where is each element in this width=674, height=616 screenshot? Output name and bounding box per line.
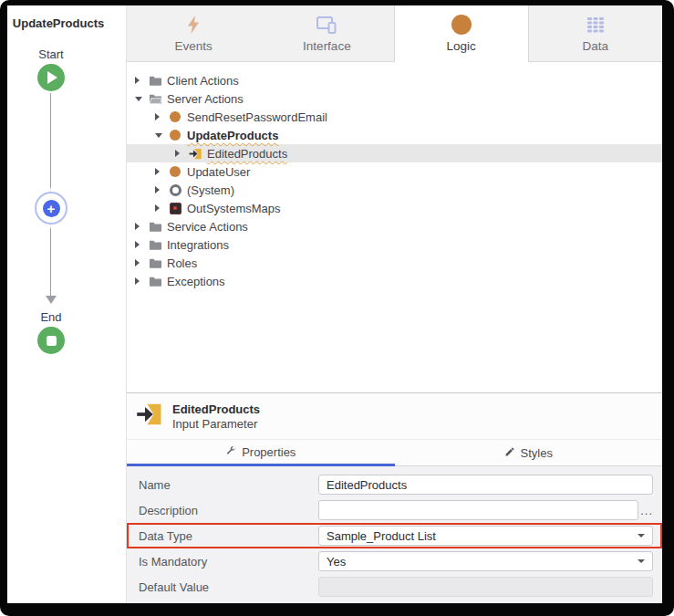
is-mandatory-select-wrap: Yes	[318, 551, 653, 571]
tree-item-editedproducts[interactable]: EditedProducts	[127, 144, 662, 162]
description-field-wrap: ...	[318, 500, 653, 520]
tree-item-system[interactable]: (System)	[127, 181, 662, 199]
default-value-field	[318, 577, 653, 597]
flow-title: UpdateProducts	[7, 16, 109, 30]
selected-element-type: Input Parameter	[172, 417, 260, 431]
start-node-icon[interactable]	[37, 64, 65, 91]
tab-data[interactable]: Data	[529, 5, 662, 61]
server-action-icon	[168, 129, 182, 142]
tab-logic[interactable]: Logic	[394, 5, 529, 62]
lightning-icon	[185, 14, 202, 36]
chevron-right-icon[interactable]	[135, 277, 148, 285]
properties-list: Name EditedProducts Description ... Data…	[127, 466, 662, 603]
flow-canvas[interactable]: UpdateProducts Start + End	[7, 5, 127, 603]
system-icon	[168, 183, 182, 197]
tree-item-server-actions[interactable]: Server Actions	[127, 89, 662, 108]
selected-element-titles: EditedProducts Input Parameter	[172, 402, 260, 431]
add-node-button[interactable]: +	[35, 192, 67, 224]
data-type-select-wrap: Sample_Product List	[318, 526, 653, 546]
tab-interface[interactable]: Interface	[260, 5, 393, 61]
chevron-right-icon[interactable]	[175, 150, 188, 157]
tree-item-label: UpdateProducts	[187, 129, 278, 142]
description-field[interactable]	[318, 500, 638, 520]
property-label: Data Type	[139, 529, 318, 543]
tab-label: Styles	[521, 446, 553, 460]
folder-icon	[148, 275, 162, 288]
play-icon	[47, 71, 57, 84]
tree-item-updateuser[interactable]: UpdateUser	[127, 162, 662, 181]
tree-item-label: Roles	[167, 256, 197, 270]
tree-item-client-actions[interactable]: Client Actions	[127, 71, 662, 89]
tree-item-label: Server Actions	[167, 92, 244, 106]
property-row-is-mandatory: Is Mandatory Yes	[127, 548, 662, 574]
logic-circle-icon	[451, 14, 472, 36]
chevron-right-icon[interactable]	[135, 223, 148, 230]
tree-item-sendresetpasswordemail[interactable]: SendResetPasswordEmail	[127, 108, 662, 126]
chevron-right-icon[interactable]	[135, 259, 148, 266]
flow-arrowhead-icon	[46, 296, 57, 304]
name-field[interactable]: EditedProducts	[318, 475, 653, 495]
tree-item-service-actions[interactable]: Service Actions	[127, 217, 662, 235]
tree-item-outsystemsmaps[interactable]: OutSystemsMaps	[127, 199, 662, 217]
tree-item-label: Client Actions	[167, 74, 239, 88]
tab-events[interactable]: Events	[127, 5, 260, 61]
tree-item-updateproducts[interactable]: UpdateProducts	[127, 126, 662, 144]
tree-item-label: SendResetPasswordEmail	[187, 110, 327, 124]
main-tab-bar: Events Interface Logic	[127, 5, 662, 62]
folder-icon	[148, 256, 162, 270]
chevron-right-icon[interactable]	[135, 77, 148, 84]
tree-item-exceptions[interactable]: Exceptions	[127, 272, 662, 290]
expand-editor-button[interactable]: ...	[638, 504, 653, 517]
chevron-right-icon[interactable]	[155, 186, 168, 193]
tab-label: Logic	[446, 39, 475, 53]
chevron-right-icon[interactable]	[155, 168, 168, 175]
tab-label: Properties	[242, 445, 296, 459]
data-type-select[interactable]: Sample_Product List	[318, 526, 653, 546]
tree-item-label: Service Actions	[167, 220, 248, 234]
end-node-icon[interactable]	[37, 327, 65, 354]
properties-tab-bar: Properties Styles	[127, 439, 662, 466]
server-action-icon	[168, 165, 182, 179]
selected-element-name: EditedProducts	[172, 402, 260, 416]
stop-icon	[47, 336, 57, 346]
tree-item-label: OutSystemsMaps	[187, 202, 281, 215]
logic-tree: Client Actions Server Actions SendResetP…	[127, 62, 662, 392]
start-node-label: Start	[7, 47, 95, 61]
folder-open-icon	[148, 92, 162, 106]
plus-icon: +	[43, 200, 60, 217]
tree-item-roles[interactable]: Roles	[127, 254, 662, 272]
chevron-right-icon[interactable]	[155, 204, 168, 212]
property-row-description: Description ...	[127, 497, 662, 523]
chevron-right-icon[interactable]	[135, 241, 148, 248]
end-node-label: End	[7, 310, 95, 324]
input-parameter-icon	[188, 147, 202, 161]
selected-element-header: EditedProducts Input Parameter	[127, 393, 662, 439]
tree-item-label: UpdateUser	[187, 165, 250, 179]
property-label: Default Value	[139, 580, 318, 594]
property-row-data-type: Data Type Sample_Product List	[127, 523, 662, 548]
chevron-right-icon[interactable]	[155, 113, 168, 120]
tree-item-label: Exceptions	[167, 275, 225, 288]
grid-icon	[586, 14, 605, 36]
property-label: Name	[139, 478, 318, 492]
tab-label: Interface	[303, 39, 351, 53]
right-panel: Events Interface Logic	[127, 5, 662, 603]
name-field-wrap: EditedProducts	[318, 475, 653, 495]
chevron-down-icon[interactable]	[155, 133, 168, 138]
service-studio-window: UpdateProducts Start + End Events	[7, 5, 662, 603]
tab-label: Data	[583, 39, 609, 53]
folder-icon	[148, 74, 162, 88]
property-label: Description	[139, 504, 318, 517]
devices-icon	[316, 14, 337, 36]
property-row-name: Name EditedProducts	[127, 472, 662, 497]
pencil-icon	[504, 446, 515, 460]
folder-icon	[148, 238, 162, 252]
tree-item-integrations[interactable]: Integrations	[127, 235, 662, 254]
tree-item-label: EditedProducts	[207, 147, 287, 161]
property-label: Is Mandatory	[139, 555, 318, 569]
is-mandatory-select[interactable]: Yes	[318, 551, 653, 571]
tree-item-label: (System)	[187, 183, 234, 197]
tab-properties[interactable]: Properties	[127, 440, 395, 466]
chevron-down-icon[interactable]	[135, 97, 148, 101]
tab-styles[interactable]: Styles	[395, 440, 663, 466]
